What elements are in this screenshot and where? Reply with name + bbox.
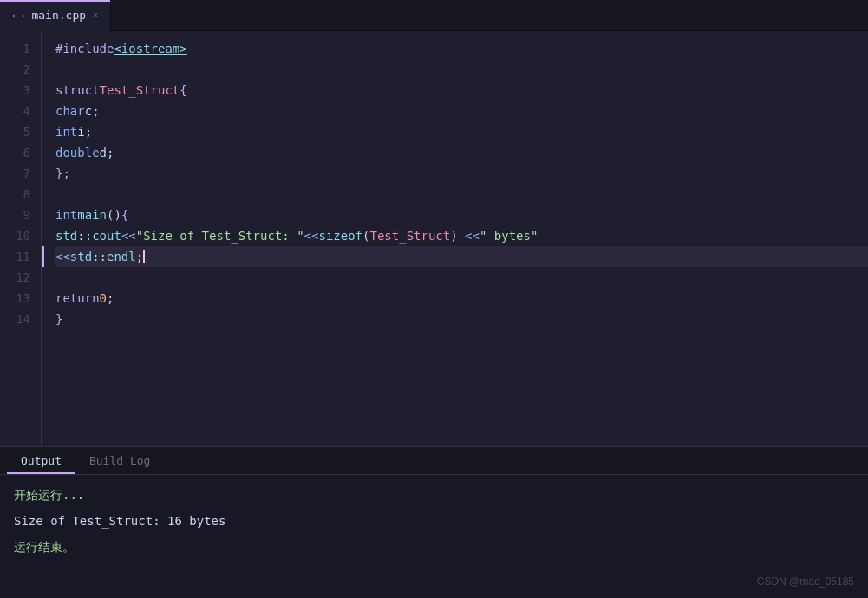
- code-line-10: std::cout << "Size of Test_Struct: " << …: [55, 225, 868, 246]
- file-icon: ←→: [12, 10, 24, 22]
- code-line-3: struct Test_Struct {: [55, 80, 868, 101]
- tab-main-cpp[interactable]: ←→ main.cpp ×: [0, 0, 111, 31]
- tab-build-log[interactable]: Build Log: [75, 448, 164, 474]
- bottom-panel: Output Build Log 开始运行... Size of Test_St…: [0, 446, 868, 598]
- output-start-text: 开始运行...: [14, 485, 854, 504]
- tab-bar: ←→ main.cpp ×: [0, 0, 868, 31]
- code-line-9: int main() {: [55, 205, 868, 225]
- cursor-accent: [42, 246, 44, 267]
- code-line-7: };: [55, 163, 868, 184]
- code-line-5: int i;: [55, 121, 868, 142]
- panel-output-content: 开始运行... Size of Test_Struct: 16 bytes 运行…: [0, 475, 868, 598]
- code-line-6: double d;: [55, 142, 868, 163]
- watermark-text: CSDN @mac_05185: [757, 572, 854, 591]
- line-numbers: 1 2 3 4 5 6 7 8 9 10 11 12 13 14: [0, 31, 42, 446]
- close-icon[interactable]: ×: [93, 10, 98, 20]
- code-line-12: [55, 267, 868, 288]
- output-end-text: 运行结束。: [14, 537, 854, 556]
- code-line-13: return 0;: [55, 288, 868, 309]
- code-line-2: [55, 59, 868, 80]
- panel-tabs: Output Build Log: [0, 447, 868, 475]
- tab-output[interactable]: Output: [7, 448, 75, 474]
- code-line-4: char c;: [55, 101, 868, 121]
- tab-filename: main.cpp: [31, 9, 86, 22]
- output-result-text: Size of Test_Struct: 16 bytes: [14, 511, 854, 530]
- code-line-14: }: [55, 309, 868, 329]
- code-line-11: << std::endl;: [55, 246, 868, 267]
- code-line-8: [55, 184, 868, 205]
- code-line-1: #include <iostream>: [55, 38, 868, 59]
- editor-area: 1 2 3 4 5 6 7 8 9 10 11 12 13 14 #includ…: [0, 31, 868, 446]
- code-editor[interactable]: #include <iostream> struct Test_Struct {…: [42, 31, 868, 446]
